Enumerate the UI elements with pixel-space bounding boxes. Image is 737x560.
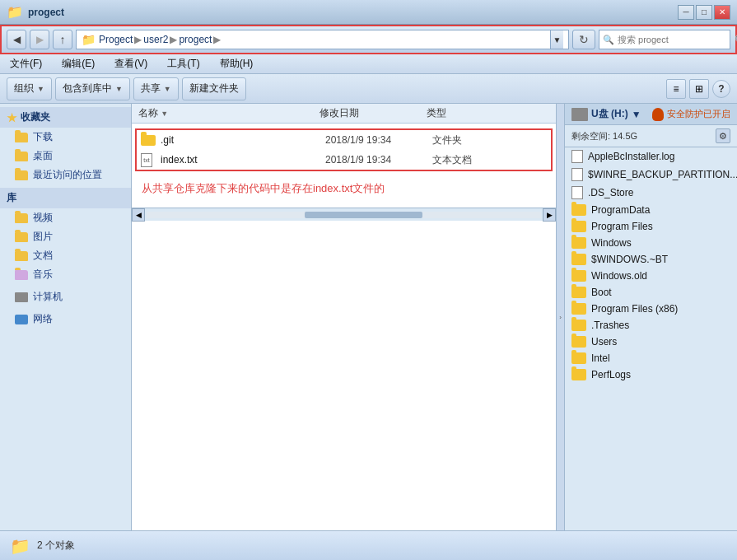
menu-edit[interactable]: 编辑(E) <box>58 55 98 72</box>
space-label: 剩余空间: 14.5G <box>571 130 637 142</box>
sidebar-item-desktop[interactable]: 桌面 <box>0 147 131 166</box>
organize-button[interactable]: 组织 ▼ <box>7 77 52 100</box>
search-wrapper: 🔍 🔍 <box>599 30 730 49</box>
menu-view[interactable]: 查看(V) <box>111 55 151 72</box>
sidebar-item-pictures[interactable]: 图片 <box>0 227 131 246</box>
sidebar: ★ 收藏夹 下载 桌面 最近访问的位置 库 视频 <box>0 104 132 530</box>
right-file-item-4[interactable]: Program Files <box>565 218 737 235</box>
sidebar-item-recent[interactable]: 最近访问的位置 <box>0 166 131 184</box>
menu-bar: 文件(F) 编辑(E) 查看(V) 工具(T) 帮助(H) <box>0 54 737 74</box>
settings-button[interactable]: ⚙ <box>716 128 730 143</box>
address-dropdown[interactable]: ▼ <box>550 30 563 49</box>
libraries-label: 库 <box>7 191 16 205</box>
address-segment-3[interactable]: progect <box>179 34 212 45</box>
file-name-git: .git <box>161 134 325 146</box>
folder-icon-pictures <box>15 232 28 242</box>
horizontal-scrollbar[interactable]: ◀ ▶ <box>132 208 556 221</box>
favorites-header[interactable]: ★ 收藏夹 <box>0 107 131 128</box>
right-file-item-0[interactable]: AppleBcInstaller.log <box>565 147 737 166</box>
folder-icon-git <box>141 133 157 147</box>
file-item-git[interactable]: .git 2018/1/9 19:34 文件夹 <box>137 130 551 150</box>
folder-icon-users <box>571 336 586 348</box>
sidebar-item-music[interactable]: 音乐 <box>0 265 131 284</box>
refresh-button[interactable]: ↻ <box>572 30 595 49</box>
forward-button[interactable]: ▶ <box>30 30 49 49</box>
menu-tools[interactable]: 工具(T) <box>164 55 203 72</box>
address-segment-1[interactable]: Progect <box>99 34 133 45</box>
right-file-item-1[interactable]: $WINRE_BACKUP_PARTITION.... <box>565 166 737 184</box>
close-button[interactable]: ✕ <box>714 5 730 20</box>
right-file-name-5: Windows <box>591 237 632 249</box>
menu-help[interactable]: 帮助(H) <box>217 55 257 72</box>
organize-label: 组织 <box>14 82 34 96</box>
panel-divider[interactable]: › <box>556 104 564 530</box>
scroll-right-button[interactable]: ▶ <box>543 208 556 222</box>
right-file-item-10[interactable]: .Trashes <box>565 317 737 334</box>
address-segment-2[interactable]: user2 <box>143 34 168 45</box>
right-file-item-9[interactable]: Program Files (x86) <box>565 301 737 317</box>
libraries-section: 库 视频 图片 文档 音乐 <box>0 188 131 284</box>
sidebar-item-network[interactable]: 网络 <box>0 310 131 329</box>
network-icon <box>15 315 28 324</box>
file-item-index[interactable]: txt index.txt 2018/1/9 19:34 文本文档 <box>137 150 551 170</box>
sidebar-item-computer[interactable]: 计算机 <box>0 287 131 306</box>
right-file-item-6[interactable]: $WINDOWS.~BT <box>565 251 737 268</box>
security-label: 安全防护已开启 <box>667 108 730 120</box>
sidebar-item-video[interactable]: 视频 <box>0 208 131 227</box>
new-folder-button[interactable]: 新建文件夹 <box>182 77 246 100</box>
file-list-header: 名称 ▼ 修改日期 类型 <box>132 104 556 124</box>
folder-icon-programfiles-x86 <box>571 303 586 315</box>
folder-icon-recent <box>15 170 28 180</box>
up-button[interactable]: ↑ <box>53 30 72 49</box>
folder-icon-trashes <box>571 320 586 331</box>
folder-icon-video <box>15 213 28 223</box>
organize-dropdown-arrow: ▼ <box>37 85 44 93</box>
right-file-item-7[interactable]: Windows.old <box>565 268 737 284</box>
right-file-item-11[interactable]: Users <box>565 334 737 350</box>
folder-icon-intel <box>571 352 586 364</box>
right-file-item-5[interactable]: Windows <box>565 235 737 251</box>
ds-store-icon <box>571 186 583 199</box>
search-input[interactable] <box>618 35 731 44</box>
network-section: 网络 <box>0 310 131 329</box>
folder-icon-desktop <box>15 152 28 161</box>
right-file-name-1: $WINRE_BACKUP_PARTITION.... <box>588 169 737 180</box>
search-icon: 🔍 <box>603 35 614 45</box>
view-button[interactable]: ≡ <box>666 79 686 99</box>
right-file-item-3[interactable]: ProgramData <box>565 202 737 218</box>
right-panel: U盘 (H:) ▼ 安全防护已开启 剩余空间: 14.5G ⚙ AppleBc <box>564 104 737 530</box>
right-file-item-13[interactable]: PerfLogs <box>565 366 737 383</box>
address-input[interactable]: 📁 Progect ▶ user2 ▶ progect ▶ ▼ <box>76 30 569 49</box>
sidebar-item-documents[interactable]: 文档 <box>0 246 131 265</box>
view-button-2[interactable]: ⊞ <box>689 79 709 99</box>
libraries-header[interactable]: 库 <box>0 188 131 208</box>
security-badge: 安全防护已开启 <box>652 108 730 121</box>
column-header-name[interactable]: 名称 ▼ <box>138 106 320 120</box>
include-library-button[interactable]: 包含到库中 ▼ <box>55 77 130 100</box>
sidebar-item-download[interactable]: 下载 <box>0 128 131 147</box>
column-header-date[interactable]: 修改日期 <box>320 106 427 120</box>
status-folder-icon: 📁 <box>10 536 30 556</box>
menu-file[interactable]: 文件(F) <box>7 55 45 72</box>
window-controls: ─ □ ✕ <box>678 5 730 20</box>
minimize-button[interactable]: ─ <box>678 5 694 20</box>
folder-icon-programfiles <box>571 221 586 232</box>
right-file-item-12[interactable]: Intel <box>565 350 737 366</box>
help-button[interactable]: ? <box>712 80 730 98</box>
favorites-label: 收藏夹 <box>21 110 50 124</box>
right-file-name-11: Users <box>591 336 617 348</box>
share-button[interactable]: 共享 ▼ <box>133 77 179 100</box>
sidebar-label-computer: 计算机 <box>33 290 63 304</box>
favorites-star-icon: ★ <box>7 111 17 124</box>
maximize-button[interactable]: □ <box>696 5 712 20</box>
drive-dropdown-arrow[interactable]: ▼ <box>632 109 641 120</box>
right-file-item-8[interactable]: Boot <box>565 284 737 301</box>
scroll-thumb[interactable] <box>305 212 423 218</box>
scroll-left-button[interactable]: ◀ <box>132 208 145 222</box>
scroll-track[interactable] <box>147 212 541 218</box>
back-button[interactable]: ◀ <box>7 30 26 49</box>
partition-icon <box>571 168 583 181</box>
column-header-type[interactable]: 类型 <box>427 106 509 120</box>
right-file-item-2[interactable]: .DS_Store <box>565 184 737 202</box>
shield-icon <box>652 108 664 121</box>
